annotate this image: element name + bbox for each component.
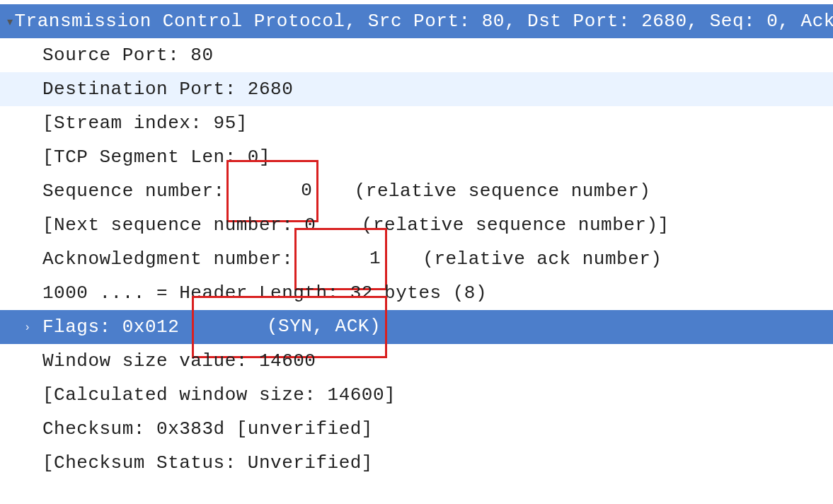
collapse-toggle-icon[interactable]: › — [25, 321, 41, 333]
window-size-row[interactable]: Window size value: 14600 — [0, 344, 833, 378]
flags-prefix: Flags: 0x012 — [42, 316, 190, 338]
segment-len-row[interactable]: [TCP Segment Len: 0] — [0, 140, 833, 174]
flags-row[interactable]: › Flags: 0x012 (SYN, ACK) — [0, 310, 833, 344]
next-seq-row[interactable]: [Next sequence number: 0 (relative seque… — [0, 208, 833, 242]
sequence-number-value-box: 0 — [226, 160, 319, 222]
sequence-number-label: Sequence number: — [42, 181, 225, 202]
header-length-row[interactable]: 1000 .... = Header Length: 32 bytes (8) — [0, 276, 833, 310]
flags-names-box: (SYN, ACK) — [192, 296, 387, 358]
flags-names: (SYN, ACK) — [267, 316, 381, 337]
sequence-number-row[interactable]: Sequence number: 0 (relative sequence nu… — [0, 174, 833, 208]
sequence-number-note: (relative sequence number) — [320, 181, 650, 202]
tcp-header-text: Transmission Control Protocol, Src Port:… — [15, 11, 834, 32]
ack-number-value-box: 1 — [294, 228, 387, 290]
dest-port-text: Destination Port: 2680 — [42, 79, 293, 100]
calc-window-text: [Calculated window size: 14600] — [42, 384, 396, 406]
ack-number-note: (relative ack number) — [389, 248, 662, 270]
packet-details-pane[interactable]: ▾ Transmission Control Protocol, Src Por… — [0, 0, 833, 504]
window-size-text: Window size value: 14600 — [42, 350, 316, 372]
tcp-header-row[interactable]: ▾ Transmission Control Protocol, Src Por… — [0, 4, 833, 38]
stream-index-text: [Stream index: 95] — [42, 113, 248, 134]
source-port-row[interactable]: Source Port: 80 — [0, 38, 833, 72]
calc-window-row[interactable]: [Calculated window size: 14600] — [0, 378, 833, 412]
checksum-text: Checksum: 0x383d [unverified] — [42, 418, 373, 440]
source-port-text: Source Port: 80 — [42, 45, 214, 66]
checksum-row[interactable]: Checksum: 0x383d [unverified] — [0, 412, 833, 446]
ack-number-label: Acknowledgment number: — [42, 248, 293, 270]
sequence-number-value: 0 — [301, 180, 312, 201]
checksum-status-row[interactable]: [Checksum Status: Unverified] — [0, 446, 833, 480]
ack-number-value: 1 — [369, 248, 381, 269]
dest-port-row[interactable]: Destination Port: 2680 — [0, 72, 833, 106]
checksum-status-text: [Checksum Status: Unverified] — [42, 452, 373, 474]
stream-index-row[interactable]: [Stream index: 95] — [0, 106, 833, 140]
expand-toggle-icon[interactable]: ▾ — [7, 15, 13, 28]
ack-number-row[interactable]: Acknowledgment number: 1 (relative ack n… — [0, 242, 833, 276]
